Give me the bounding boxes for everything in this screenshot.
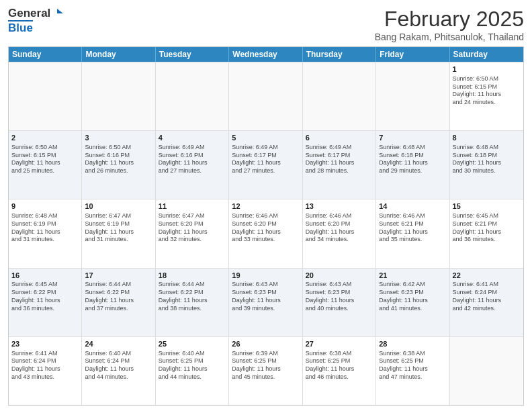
day-info: Sunrise: 6:47 AM Sunset: 6:20 PM Dayligh… — [159, 212, 226, 244]
cal-cell-2-0: 9Sunrise: 6:48 AM Sunset: 6:19 PM Daylig… — [9, 199, 82, 267]
day-info: Sunrise: 6:46 AM Sunset: 6:20 PM Dayligh… — [232, 212, 299, 244]
cal-cell-0-5 — [376, 62, 449, 130]
day-number: 25 — [159, 339, 226, 349]
day-info: Sunrise: 6:50 AM Sunset: 6:16 PM Dayligh… — [85, 144, 152, 175]
day-info: Sunrise: 6:41 AM Sunset: 6:24 PM Dayligh… — [11, 350, 79, 381]
calendar-body: 1Sunrise: 6:50 AM Sunset: 6:15 PM Daylig… — [9, 62, 523, 405]
header-thursday: Thursday — [303, 47, 376, 62]
calendar: Sunday Monday Tuesday Wednesday Thursday… — [8, 46, 524, 406]
cal-cell-1-3: 5Sunrise: 6:49 AM Sunset: 6:17 PM Daylig… — [229, 131, 302, 199]
cal-cell-3-3: 19Sunrise: 6:43 AM Sunset: 6:23 PM Dayli… — [229, 269, 302, 336]
logo-bird-icon — [51, 7, 63, 19]
day-info: Sunrise: 6:38 AM Sunset: 6:25 PM Dayligh… — [306, 350, 373, 381]
day-info: Sunrise: 6:47 AM Sunset: 6:19 PM Dayligh… — [85, 212, 152, 244]
cal-row-0: 1Sunrise: 6:50 AM Sunset: 6:15 PM Daylig… — [9, 62, 523, 130]
day-info: Sunrise: 6:46 AM Sunset: 6:21 PM Dayligh… — [379, 212, 446, 244]
day-info: Sunrise: 6:48 AM Sunset: 6:19 PM Dayligh… — [11, 212, 79, 244]
day-number: 27 — [306, 339, 373, 349]
day-info: Sunrise: 6:48 AM Sunset: 6:18 PM Dayligh… — [453, 144, 521, 175]
day-number: 21 — [379, 271, 446, 281]
day-number: 26 — [232, 339, 299, 349]
day-number: 10 — [85, 201, 152, 212]
cal-cell-2-2: 11Sunrise: 6:47 AM Sunset: 6:20 PM Dayli… — [156, 199, 229, 267]
logo: General Blue — [8, 7, 63, 35]
day-number: 16 — [11, 271, 79, 281]
day-info: Sunrise: 6:41 AM Sunset: 6:24 PM Dayligh… — [453, 281, 521, 312]
day-info: Sunrise: 6:49 AM Sunset: 6:17 PM Dayligh… — [306, 144, 373, 175]
cal-cell-3-4: 20Sunrise: 6:43 AM Sunset: 6:23 PM Dayli… — [303, 269, 376, 336]
cal-cell-4-1: 24Sunrise: 6:40 AM Sunset: 6:24 PM Dayli… — [82, 337, 155, 405]
cal-cell-4-3: 26Sunrise: 6:39 AM Sunset: 6:25 PM Dayli… — [229, 337, 302, 405]
day-number: 6 — [306, 133, 373, 143]
day-number: 11 — [159, 201, 226, 212]
day-info: Sunrise: 6:40 AM Sunset: 6:24 PM Dayligh… — [85, 350, 152, 381]
month-title: February 2025 — [375, 7, 524, 32]
day-number: 8 — [453, 133, 521, 143]
day-number: 1 — [453, 64, 521, 75]
day-info: Sunrise: 6:49 AM Sunset: 6:16 PM Dayligh… — [159, 144, 226, 175]
day-number: 17 — [85, 271, 152, 281]
day-number: 2 — [11, 133, 79, 143]
cal-cell-1-6: 8Sunrise: 6:48 AM Sunset: 6:18 PM Daylig… — [450, 131, 523, 199]
day-info: Sunrise: 6:43 AM Sunset: 6:23 PM Dayligh… — [306, 281, 373, 312]
svg-marker-0 — [57, 9, 63, 13]
cal-cell-3-2: 18Sunrise: 6:44 AM Sunset: 6:22 PM Dayli… — [156, 269, 229, 336]
day-number: 13 — [306, 201, 373, 212]
cal-cell-0-2 — [156, 62, 229, 130]
header-sunday: Sunday — [9, 47, 82, 62]
day-number: 23 — [11, 339, 79, 349]
day-info: Sunrise: 6:48 AM Sunset: 6:18 PM Dayligh… — [379, 144, 446, 175]
day-info: Sunrise: 6:50 AM Sunset: 6:15 PM Dayligh… — [453, 75, 521, 107]
day-number: 9 — [11, 201, 79, 212]
header-wednesday: Wednesday — [229, 47, 302, 62]
day-info: Sunrise: 6:46 AM Sunset: 6:20 PM Dayligh… — [306, 212, 373, 244]
day-info: Sunrise: 6:38 AM Sunset: 6:25 PM Dayligh… — [379, 350, 446, 381]
cal-cell-2-4: 13Sunrise: 6:46 AM Sunset: 6:20 PM Dayli… — [303, 199, 376, 267]
cal-row-1: 2Sunrise: 6:50 AM Sunset: 6:15 PM Daylig… — [9, 130, 523, 199]
logo-blue: Blue — [8, 21, 33, 34]
title-section: February 2025 Bang Rakam, Phitsanulok, T… — [375, 7, 524, 42]
cal-cell-1-0: 2Sunrise: 6:50 AM Sunset: 6:15 PM Daylig… — [9, 131, 82, 199]
day-number: 20 — [306, 271, 373, 281]
day-info: Sunrise: 6:42 AM Sunset: 6:23 PM Dayligh… — [379, 281, 446, 312]
day-info: Sunrise: 6:50 AM Sunset: 6:15 PM Dayligh… — [11, 144, 79, 175]
day-info: Sunrise: 6:43 AM Sunset: 6:23 PM Dayligh… — [232, 281, 299, 312]
page: General Blue February 2025 Bang Rakam, P… — [0, 0, 532, 411]
day-number: 14 — [379, 201, 446, 212]
cal-cell-4-5: 28Sunrise: 6:38 AM Sunset: 6:25 PM Dayli… — [376, 337, 449, 405]
day-info: Sunrise: 6:39 AM Sunset: 6:25 PM Dayligh… — [232, 350, 299, 381]
calendar-header: Sunday Monday Tuesday Wednesday Thursday… — [9, 47, 523, 62]
day-number: 5 — [232, 133, 299, 143]
day-number: 4 — [159, 133, 226, 143]
day-number: 15 — [453, 201, 521, 212]
day-number: 28 — [379, 339, 446, 349]
cal-cell-3-5: 21Sunrise: 6:42 AM Sunset: 6:23 PM Dayli… — [376, 269, 449, 336]
day-info: Sunrise: 6:40 AM Sunset: 6:25 PM Dayligh… — [159, 350, 226, 381]
cal-cell-2-6: 15Sunrise: 6:45 AM Sunset: 6:21 PM Dayli… — [450, 199, 523, 267]
header-friday: Friday — [376, 47, 449, 62]
cal-cell-1-2: 4Sunrise: 6:49 AM Sunset: 6:16 PM Daylig… — [156, 131, 229, 199]
cal-cell-2-1: 10Sunrise: 6:47 AM Sunset: 6:19 PM Dayli… — [82, 199, 155, 267]
cal-cell-3-6: 22Sunrise: 6:41 AM Sunset: 6:24 PM Dayli… — [450, 269, 523, 336]
header: General Blue February 2025 Bang Rakam, P… — [8, 7, 524, 42]
cal-cell-4-6 — [450, 337, 523, 405]
cal-cell-0-4 — [303, 62, 376, 130]
location-title: Bang Rakam, Phitsanulok, Thailand — [375, 32, 524, 42]
day-number: 19 — [232, 271, 299, 281]
cal-cell-0-3 — [229, 62, 302, 130]
day-number: 24 — [85, 339, 152, 349]
cal-cell-0-1 — [82, 62, 155, 130]
cal-cell-4-0: 23Sunrise: 6:41 AM Sunset: 6:24 PM Dayli… — [9, 337, 82, 405]
cal-cell-4-2: 25Sunrise: 6:40 AM Sunset: 6:25 PM Dayli… — [156, 337, 229, 405]
header-monday: Monday — [82, 47, 155, 62]
header-saturday: Saturday — [450, 47, 523, 62]
cal-cell-2-3: 12Sunrise: 6:46 AM Sunset: 6:20 PM Dayli… — [229, 199, 302, 267]
day-info: Sunrise: 6:45 AM Sunset: 6:22 PM Dayligh… — [11, 281, 79, 312]
day-number: 3 — [85, 133, 152, 143]
cal-cell-3-0: 16Sunrise: 6:45 AM Sunset: 6:22 PM Dayli… — [9, 269, 82, 336]
cal-cell-1-4: 6Sunrise: 6:49 AM Sunset: 6:17 PM Daylig… — [303, 131, 376, 199]
day-number: 22 — [453, 271, 521, 281]
day-number: 12 — [232, 201, 299, 212]
day-number: 18 — [159, 271, 226, 281]
day-info: Sunrise: 6:49 AM Sunset: 6:17 PM Dayligh… — [232, 144, 299, 175]
